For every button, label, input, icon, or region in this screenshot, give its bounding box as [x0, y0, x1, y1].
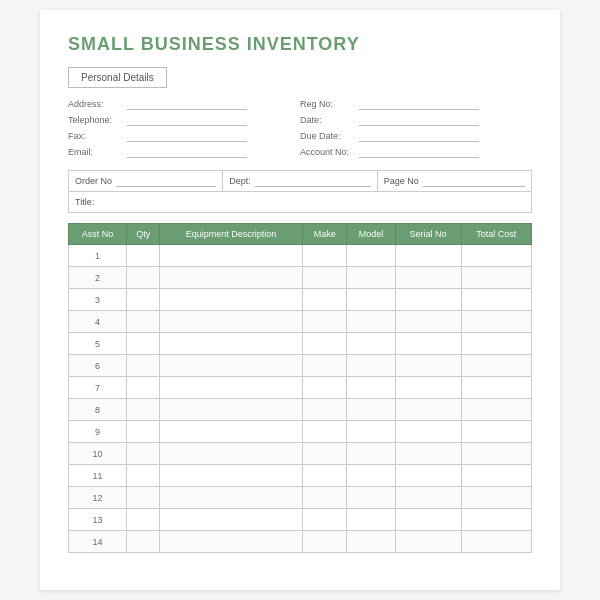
row-data-cell[interactable] [127, 333, 160, 355]
row-num-cell[interactable]: 13 [69, 509, 127, 531]
row-data-cell[interactable] [347, 289, 395, 311]
row-data-cell[interactable] [347, 487, 395, 509]
row-data-cell[interactable] [302, 333, 347, 355]
row-data-cell[interactable] [347, 377, 395, 399]
row-data-cell[interactable] [461, 245, 531, 267]
row-num-cell[interactable]: 4 [69, 311, 127, 333]
row-data-cell[interactable] [461, 465, 531, 487]
row-data-cell[interactable] [395, 399, 461, 421]
row-data-cell[interactable] [127, 421, 160, 443]
row-data-cell[interactable] [461, 509, 531, 531]
row-data-cell[interactable] [127, 355, 160, 377]
table-row[interactable]: 11 [69, 465, 532, 487]
row-data-cell[interactable] [302, 487, 347, 509]
row-data-cell[interactable] [395, 465, 461, 487]
row-data-cell[interactable] [302, 377, 347, 399]
row-data-cell[interactable] [160, 531, 303, 553]
row-data-cell[interactable] [127, 487, 160, 509]
row-data-cell[interactable] [347, 311, 395, 333]
row-data-cell[interactable] [302, 509, 347, 531]
row-num-cell[interactable]: 3 [69, 289, 127, 311]
row-data-cell[interactable] [160, 487, 303, 509]
row-data-cell[interactable] [347, 399, 395, 421]
row-data-cell[interactable] [395, 267, 461, 289]
date-field[interactable] [359, 114, 479, 126]
page-no-field[interactable] [423, 175, 525, 187]
table-row[interactable]: 2 [69, 267, 532, 289]
row-data-cell[interactable] [160, 333, 303, 355]
row-num-cell[interactable]: 11 [69, 465, 127, 487]
row-data-cell[interactable] [302, 443, 347, 465]
row-data-cell[interactable] [461, 531, 531, 553]
table-row[interactable]: 4 [69, 311, 532, 333]
row-data-cell[interactable] [347, 531, 395, 553]
duedate-field[interactable] [359, 130, 479, 142]
row-data-cell[interactable] [127, 311, 160, 333]
row-data-cell[interactable] [395, 333, 461, 355]
row-data-cell[interactable] [461, 333, 531, 355]
row-data-cell[interactable] [461, 443, 531, 465]
telephone-field[interactable] [127, 114, 247, 126]
row-data-cell[interactable] [302, 531, 347, 553]
row-data-cell[interactable] [395, 531, 461, 553]
row-data-cell[interactable] [160, 289, 303, 311]
row-data-cell[interactable] [395, 509, 461, 531]
row-data-cell[interactable] [160, 421, 303, 443]
table-row[interactable]: 12 [69, 487, 532, 509]
row-data-cell[interactable] [127, 289, 160, 311]
row-data-cell[interactable] [127, 531, 160, 553]
row-data-cell[interactable] [395, 421, 461, 443]
table-row[interactable]: 6 [69, 355, 532, 377]
row-data-cell[interactable] [302, 399, 347, 421]
table-row[interactable]: 9 [69, 421, 532, 443]
row-data-cell[interactable] [160, 311, 303, 333]
row-data-cell[interactable] [461, 399, 531, 421]
row-data-cell[interactable] [160, 355, 303, 377]
row-num-cell[interactable]: 5 [69, 333, 127, 355]
row-data-cell[interactable] [127, 399, 160, 421]
row-data-cell[interactable] [347, 355, 395, 377]
row-num-cell[interactable]: 10 [69, 443, 127, 465]
row-data-cell[interactable] [160, 443, 303, 465]
row-data-cell[interactable] [461, 311, 531, 333]
row-data-cell[interactable] [461, 289, 531, 311]
row-data-cell[interactable] [395, 245, 461, 267]
row-data-cell[interactable] [347, 443, 395, 465]
row-data-cell[interactable] [160, 399, 303, 421]
row-num-cell[interactable]: 1 [69, 245, 127, 267]
row-data-cell[interactable] [461, 377, 531, 399]
table-row[interactable]: 5 [69, 333, 532, 355]
row-data-cell[interactable] [127, 443, 160, 465]
row-num-cell[interactable]: 6 [69, 355, 127, 377]
row-data-cell[interactable] [461, 267, 531, 289]
row-data-cell[interactable] [160, 465, 303, 487]
personal-details-button[interactable]: Personal Details [68, 67, 167, 88]
row-data-cell[interactable] [302, 421, 347, 443]
row-data-cell[interactable] [302, 245, 347, 267]
email-field[interactable] [127, 146, 247, 158]
row-data-cell[interactable] [347, 509, 395, 531]
row-data-cell[interactable] [160, 267, 303, 289]
row-data-cell[interactable] [127, 245, 160, 267]
row-data-cell[interactable] [347, 465, 395, 487]
table-row[interactable]: 1 [69, 245, 532, 267]
row-data-cell[interactable] [395, 443, 461, 465]
table-row[interactable]: 3 [69, 289, 532, 311]
fax-field[interactable] [127, 130, 247, 142]
row-data-cell[interactable] [395, 487, 461, 509]
row-data-cell[interactable] [395, 289, 461, 311]
row-data-cell[interactable] [302, 267, 347, 289]
row-num-cell[interactable]: 7 [69, 377, 127, 399]
row-data-cell[interactable] [347, 245, 395, 267]
row-data-cell[interactable] [461, 421, 531, 443]
regno-field[interactable] [359, 98, 479, 110]
row-data-cell[interactable] [302, 289, 347, 311]
row-data-cell[interactable] [347, 267, 395, 289]
table-row[interactable]: 14 [69, 531, 532, 553]
order-no-field[interactable] [116, 175, 216, 187]
table-row[interactable]: 10 [69, 443, 532, 465]
row-data-cell[interactable] [347, 421, 395, 443]
title-field[interactable] [98, 196, 525, 208]
accountno-field[interactable] [359, 146, 479, 158]
row-data-cell[interactable] [395, 311, 461, 333]
